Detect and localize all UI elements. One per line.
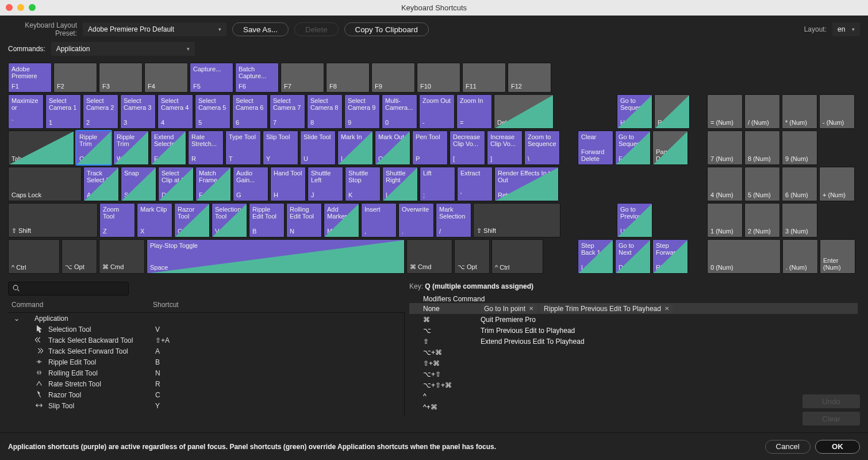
key-2[interactable]: Select Camera 22 xyxy=(83,94,118,129)
key-left[interactable]: Step Back 1 FrameLeft xyxy=(578,239,613,274)
key-5-num-[interactable]: 5 (Num) xyxy=(744,167,780,201)
key--num-[interactable]: + (Num) xyxy=(819,167,855,201)
modifier-row[interactable]: ⇧+⌘ xyxy=(409,358,858,369)
key-right[interactable]: Step ForwardRight xyxy=(652,239,688,274)
key--[interactable]: Zoom to Sequence\ xyxy=(524,131,560,165)
key-0-num-[interactable]: 0 (Num) xyxy=(707,239,781,274)
key-page-up[interactable]: Page Up xyxy=(654,94,690,129)
key-j[interactable]: Shuttle LeftJ xyxy=(308,167,343,201)
key--[interactable]: Maximize or` xyxy=(8,94,44,129)
key-delete[interactable]: Delete xyxy=(494,94,554,129)
key-f9[interactable]: F9 xyxy=(371,63,415,93)
key--[interactable]: Insert, xyxy=(361,203,397,237)
modifier-row[interactable]: ^ xyxy=(409,390,858,401)
key--cmd[interactable]: ⌘ Cmd xyxy=(406,239,452,274)
key--ctrl[interactable]: ^ Ctrl xyxy=(491,239,543,274)
key-down[interactable]: Go to NextDown xyxy=(615,239,651,274)
key--opt[interactable]: ⌥ Opt xyxy=(62,239,97,274)
key--[interactable]: Overwrite. xyxy=(398,203,434,237)
list-item[interactable]: Rate Stretch ToolR xyxy=(8,378,402,389)
key-p[interactable]: Pen ToolP xyxy=(412,131,448,165)
command-pill[interactable]: Ripple Trim Previous Edit To Playhead✕ xyxy=(540,304,673,313)
copy-clipboard-button[interactable]: Copy To Clipboard xyxy=(344,22,429,36)
key-page-down[interactable]: Page Down xyxy=(652,131,688,165)
key-a[interactable]: Track Select F...A xyxy=(83,167,119,201)
modifier-row[interactable]: ⌥+⌘ xyxy=(409,347,858,358)
key--num-[interactable]: / (Num) xyxy=(744,94,780,129)
list-item[interactable]: Track Select Forward ToolA xyxy=(8,346,402,356)
list-item[interactable]: Ripple Edit ToolB xyxy=(8,356,402,367)
disclosure-icon[interactable]: ⌄ xyxy=(11,315,22,323)
key-d[interactable]: Select Clip at P...D xyxy=(158,167,194,201)
key--ctrl[interactable]: ^ Ctrl xyxy=(8,239,60,274)
modifier-row[interactable]: ⌥Trim Previous Edit to Playhead xyxy=(409,325,858,336)
key-space[interactable]: Play-Stop ToggleSpace xyxy=(147,239,405,274)
command-pill[interactable]: Go to In point✕ xyxy=(481,304,537,313)
key-4[interactable]: Select Camera 44 xyxy=(158,94,193,129)
key-0[interactable]: Multi-Camera...0 xyxy=(382,94,417,129)
key-caps-lock[interactable]: Caps Lock xyxy=(8,167,82,201)
key-9-num-[interactable]: 9 (Num) xyxy=(782,131,817,165)
key-1[interactable]: Select Camera 11 xyxy=(45,94,81,129)
key-8-num-[interactable]: 8 (Num) xyxy=(744,131,780,165)
key-u[interactable]: Slide ToolU xyxy=(300,131,336,165)
key-home[interactable]: Go to Sequen...Home xyxy=(617,94,652,129)
key-k[interactable]: Shuttle StopK xyxy=(345,167,381,201)
key-f4[interactable]: F4 xyxy=(144,63,188,93)
key-6-num-[interactable]: 6 (Num) xyxy=(782,167,817,201)
key--[interactable]: Lift; xyxy=(420,167,455,201)
key-m[interactable]: Add MarkerM xyxy=(324,203,359,237)
key--[interactable]: Decrease Clip Vo...[ xyxy=(450,131,485,165)
key-3[interactable]: Select Camera 33 xyxy=(120,94,156,129)
key--shift[interactable]: ⇧ Shift xyxy=(8,203,98,237)
key-f[interactable]: Match FrameF xyxy=(195,167,231,201)
modifiers-list[interactable]: NoneGo to In point✕Ripple Trim Previous … xyxy=(409,303,860,416)
close-icon[interactable]: ✕ xyxy=(665,305,669,312)
key--num-[interactable]: = (Num) xyxy=(707,94,743,129)
commands-select[interactable]: Application ▾ xyxy=(51,42,195,56)
key-g[interactable]: Audio Gain...G xyxy=(233,167,268,201)
key--num-[interactable]: * (Num) xyxy=(782,94,817,129)
list-item[interactable]: Selection ToolV xyxy=(8,324,402,335)
key-y[interactable]: Slip ToolY xyxy=(263,131,298,165)
key-x[interactable]: Mark ClipX xyxy=(137,203,172,237)
key-f5[interactable]: Capture...F5 xyxy=(190,63,233,93)
key--[interactable]: Mark Selection/ xyxy=(436,203,471,237)
key-f7[interactable]: F7 xyxy=(281,63,324,93)
key-f10[interactable]: F10 xyxy=(417,63,460,93)
key-return[interactable]: Render Effects In to OutReturn xyxy=(494,167,559,201)
key-z[interactable]: Zoom ToolZ xyxy=(99,203,135,237)
key-8[interactable]: Select Camera 88 xyxy=(307,94,343,129)
key-forward-delete[interactable]: ClearForward Delete xyxy=(578,131,613,165)
command-list[interactable]: ⌄ApplicationSelection ToolVTrack Select … xyxy=(8,313,405,416)
modifier-row[interactable]: ⌥+⇧+⌘ xyxy=(409,379,858,390)
key--shift[interactable]: ⇧ Shift xyxy=(473,203,560,237)
list-item[interactable]: Rolling Edit ToolN xyxy=(8,367,402,378)
key-f6[interactable]: Batch Capture...F6 xyxy=(235,63,279,93)
key-1-num-[interactable]: 1 (Num) xyxy=(707,203,743,237)
key-q[interactable]: Ripple TrimQ xyxy=(76,131,112,165)
key-e[interactable]: Extend Selecte...E xyxy=(151,131,186,165)
key-f2[interactable]: F2 xyxy=(53,63,97,93)
key-h[interactable]: Hand ToolH xyxy=(270,167,306,201)
close-icon[interactable]: ✕ xyxy=(529,305,533,312)
key-6[interactable]: Select Camera 66 xyxy=(232,94,268,129)
modifier-row[interactable]: ⇧Extend Previous Edit To Playhead xyxy=(409,336,858,347)
key-c[interactable]: Razor ToolC xyxy=(174,203,210,237)
key--[interactable]: Zoom In= xyxy=(456,94,492,129)
key-7-num-[interactable]: 7 (Num) xyxy=(707,131,743,165)
key-w[interactable]: Ripple TrimW xyxy=(113,131,149,165)
key-end[interactable]: Go to Sequen...End xyxy=(615,131,651,165)
key-tab[interactable]: Tab xyxy=(8,131,74,165)
modifier-row[interactable]: ⌥+⇧ xyxy=(409,369,858,379)
save-as-button[interactable]: Save As... xyxy=(232,22,289,36)
search-input[interactable] xyxy=(8,282,129,296)
layout-select[interactable]: en ▾ xyxy=(832,22,860,36)
key--cmd[interactable]: ⌘ Cmd xyxy=(99,239,145,274)
key-t[interactable]: Type ToolT xyxy=(225,131,261,165)
key-b[interactable]: Ripple Edit ToolB xyxy=(249,203,285,237)
key-v[interactable]: Selection ToolV xyxy=(212,203,247,237)
key-f11[interactable]: F11 xyxy=(462,63,506,93)
zoom-icon[interactable] xyxy=(29,4,36,11)
key-i[interactable]: Mark InI xyxy=(337,131,373,165)
